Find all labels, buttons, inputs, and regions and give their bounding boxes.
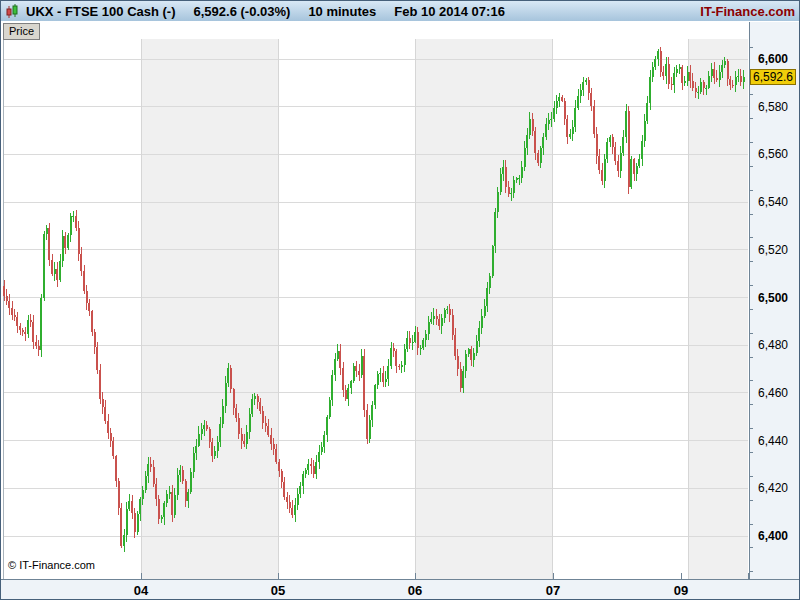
candle-body — [371, 405, 373, 420]
titlebar: UKX - FTSE 100 Cash (-) 6,592.6 (-0.03%)… — [1, 1, 799, 22]
candle-body — [182, 470, 184, 481]
candle-body — [374, 385, 376, 405]
candle-body — [361, 356, 363, 375]
candle-body — [289, 502, 291, 507]
candle-body — [545, 124, 547, 137]
candle-body — [318, 452, 320, 462]
candle-body — [609, 137, 611, 142]
y-axis-label: 6,500 — [758, 291, 788, 305]
candle-body — [721, 65, 723, 72]
candle-body — [78, 228, 80, 254]
candle-body — [476, 341, 478, 353]
candle-body — [299, 486, 301, 494]
current-price-badge: 6,592.6 — [750, 69, 796, 85]
tab-price[interactable]: Price — [3, 23, 40, 40]
candle-body — [572, 127, 574, 135]
candle-body — [233, 389, 235, 408]
candle-body — [593, 106, 595, 134]
y-axis-label: 6,420 — [758, 481, 788, 495]
candle-body — [385, 379, 387, 383]
candle-body — [161, 517, 163, 518]
x-axis-label: 09 — [674, 583, 688, 598]
candle-body — [558, 97, 560, 101]
candle-body — [390, 348, 392, 366]
candle-body — [444, 310, 446, 318]
candle-body — [219, 424, 221, 441]
candle-body — [283, 482, 285, 498]
candle-body — [673, 73, 675, 85]
candle-body — [395, 351, 397, 365]
candle-body — [441, 318, 443, 327]
candle-body — [30, 320, 32, 321]
candle-body — [331, 375, 333, 400]
candle-body — [270, 435, 272, 444]
candle-body — [72, 216, 74, 217]
candle-body — [518, 178, 520, 179]
candle-body — [8, 301, 10, 308]
candle-body — [716, 78, 718, 81]
candle-body — [355, 366, 357, 370]
candle-body — [83, 271, 85, 290]
candle-body — [433, 316, 435, 319]
candle-body — [51, 260, 53, 275]
candle-body — [88, 303, 90, 312]
candle-body — [206, 425, 208, 429]
candle-body — [38, 346, 40, 350]
candle-body — [262, 411, 264, 422]
candle-body — [222, 406, 224, 425]
candle-body — [671, 84, 673, 85]
y-axis-label: 6,580 — [758, 100, 788, 114]
candle-body — [302, 474, 304, 487]
copyright-label: © IT-Finance.com — [8, 559, 95, 571]
brand-link[interactable]: IT-Finance.com — [700, 4, 795, 19]
candle-body — [662, 72, 664, 77]
candle-body — [521, 167, 523, 179]
candle-body — [259, 402, 261, 411]
candle-body — [462, 371, 464, 388]
candle-body — [198, 434, 200, 446]
candle-body — [679, 67, 681, 69]
candle-body — [468, 349, 470, 353]
candle-body — [227, 368, 229, 382]
y-axis-label: 6,480 — [758, 338, 788, 352]
candle-body — [310, 464, 312, 467]
candle-body — [681, 67, 683, 83]
candle-body — [494, 212, 496, 247]
candle-body — [48, 228, 50, 260]
candle-body — [414, 332, 416, 342]
candle-body — [625, 111, 627, 137]
candle-body — [417, 332, 419, 348]
candle-body — [561, 97, 563, 100]
candle-body — [556, 101, 558, 108]
candle-body — [510, 193, 512, 195]
candle-body — [249, 414, 251, 431]
candle-body — [369, 420, 371, 439]
price-chart[interactable]: 6,6006,5806,5606,5406,5206,5006,4806,460… — [1, 21, 800, 600]
y-axis-label: 6,520 — [758, 243, 788, 257]
candle-body — [713, 69, 715, 77]
candle-body — [177, 475, 179, 495]
session-band — [688, 39, 748, 579]
candle-body — [64, 236, 66, 248]
y-axis-label: 6,440 — [758, 434, 788, 448]
candle-body — [596, 134, 598, 156]
candle-body — [294, 505, 296, 516]
candle-body — [120, 508, 122, 546]
candle-body — [526, 135, 528, 147]
candle-body — [601, 170, 603, 181]
candle-body — [478, 328, 480, 341]
candle-body — [697, 92, 699, 93]
candle-body — [606, 142, 608, 159]
candle-body — [329, 400, 331, 417]
candle-body — [225, 383, 227, 406]
candle-body — [703, 82, 705, 88]
candle-body — [112, 441, 114, 457]
candle-body — [628, 111, 630, 187]
candle-body — [436, 316, 438, 320]
candle-body — [59, 261, 61, 280]
symbol-title: UKX - FTSE 100 Cash (-) — [26, 4, 176, 19]
candle-body — [134, 513, 136, 533]
candle-body — [217, 442, 219, 451]
candle-body — [230, 368, 232, 389]
candle-body — [564, 101, 566, 119]
